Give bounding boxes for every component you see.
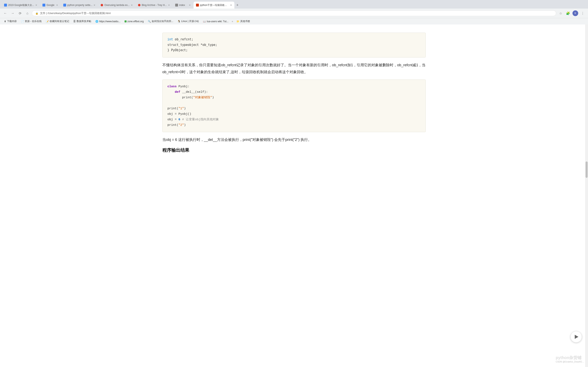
- code-comment: # 让变量obj指向其他对象: [180, 118, 219, 121]
- profile-button[interactable]: K: [572, 10, 578, 16]
- bookmark-label: Linux | 开源小站: [181, 20, 199, 23]
- bookmark-star[interactable]: ☆: [558, 10, 563, 16]
- bookmark-icon: 📝: [46, 20, 49, 23]
- tab-label-1: 2019 Google镜像大全...: [8, 3, 34, 7]
- tab-4[interactable]: Overusing lambda ex... ✕: [98, 2, 135, 8]
- func-print: print: [182, 96, 191, 99]
- tab-6[interactable]: index ✕: [173, 2, 193, 8]
- new-tab-button[interactable]: +: [235, 2, 240, 8]
- code-line: } PyObject;: [167, 48, 421, 53]
- code-line-class: class Pyobj:: [167, 84, 421, 89]
- bookmark-folder-icon: 📁: [236, 20, 240, 23]
- code-block-top: int ob_refcnt; struct_typeobject *ob_typ…: [162, 33, 426, 58]
- code-line-assign1: obj = Pyobj(): [167, 111, 421, 117]
- func-print-2: print: [167, 107, 177, 110]
- class-name: Pyobj:: [177, 85, 190, 88]
- scrollbar[interactable]: [585, 25, 588, 159]
- page-content: int ob_refcnt; struct_typeobject *ob_typ…: [156, 25, 432, 159]
- bookmark-label: 数据库技术帖: [77, 20, 91, 23]
- tab-favicon-7: [196, 4, 199, 7]
- tab-close-6[interactable]: ✕: [189, 4, 191, 7]
- tab-label-2: Google: [47, 4, 54, 7]
- bookmark-downloads[interactable]: ⬇ 下载内容: [2, 19, 18, 24]
- method-name: __del__(self):: [180, 90, 208, 94]
- bookmark-label: 其他书签: [240, 20, 250, 23]
- bookmark-icon: 🔍: [148, 20, 151, 23]
- code-line-print1: print("对象被销毁"): [167, 95, 421, 100]
- keyword-class: class: [167, 85, 177, 88]
- bookmark-bole[interactable]: 📄 资源 - 伯乐在线: [19, 19, 43, 24]
- string-1: "1": [178, 107, 184, 110]
- address-bar-row: ← → ⟳ ⌂ 🔒 文件 | /Users/kwsy/Desktop/pytho…: [0, 8, 588, 18]
- tab-favicon-2: [43, 4, 45, 7]
- code-line-blank: [167, 100, 421, 106]
- extensions-button[interactable]: 🧩: [565, 10, 571, 16]
- bookmark-youdao[interactable]: 📝 收藏到有道云笔记: [44, 19, 71, 24]
- bookmark-icon: 🌐: [95, 20, 98, 23]
- tab-label-5: Blog Archive - Trey H...: [142, 4, 167, 7]
- tab-label-4: Overusing lambda ex...: [104, 4, 130, 7]
- menu-button[interactable]: ⋮: [580, 10, 586, 16]
- bookmark-linux[interactable]: 🐧 Linux | 开源小站: [176, 19, 200, 24]
- bookmark-label: zone.effbot.org: [127, 20, 144, 23]
- bookmark-icon: ⬇: [4, 20, 6, 23]
- lock-icon: 🔒: [35, 12, 38, 15]
- tab-favicon-1: [4, 4, 7, 7]
- paragraph-1: 不懂结构体没有关系，你只需要知道ob_refcnt记录了对象的引用次数就好了。当…: [162, 62, 426, 75]
- tab-label-7: python干货---垃圾回收机...: [200, 3, 229, 7]
- code-line: struct_typeobject *ob_type;: [167, 42, 421, 48]
- tab-7[interactable]: python干货---垃圾回收机... ✕: [194, 2, 234, 8]
- back-button[interactable]: ←: [2, 10, 8, 16]
- tab-label-6: index: [179, 4, 185, 7]
- code-line-assign2: obj = 6 # 让变量obj指向其他对象: [167, 117, 421, 122]
- bookmark-zhihu[interactable]: 🔍 如何找出知乎的所...: [146, 19, 175, 24]
- tab-favicon-3: [63, 4, 66, 7]
- bookmark-icon: 🐧: [177, 20, 181, 23]
- bookmark-effbot[interactable]: zone.effbot.org: [123, 20, 145, 23]
- string-2: "2": [178, 123, 184, 127]
- tab-favicon-4: [101, 4, 103, 6]
- bookmark-icon: 🗄: [73, 20, 76, 23]
- forward-button[interactable]: →: [10, 10, 16, 16]
- tab-3[interactable]: python property sette... ✕: [61, 2, 98, 8]
- tab-2[interactable]: Google ✕: [40, 2, 61, 8]
- tab-close-5[interactable]: ✕: [168, 4, 170, 7]
- func-print-3: print: [167, 123, 177, 127]
- code-line: int ob_refcnt;: [167, 37, 421, 42]
- tab-close-3[interactable]: ✕: [94, 4, 95, 7]
- bookmark-icon: [125, 20, 127, 22]
- section-heading: 程序输出结果: [162, 147, 426, 153]
- string-destroyed: "对象被销毁": [193, 96, 212, 99]
- tab-close-1[interactable]: ✕: [35, 4, 37, 7]
- code-block-main: class Pyobj: def __del__(self): print("对…: [162, 80, 426, 132]
- tab-close-2[interactable]: ✕: [56, 4, 58, 7]
- bookmark-label: 如何找出知乎的所...: [152, 20, 173, 23]
- code-line-def: def __del__(self):: [167, 89, 421, 95]
- bookmark-other[interactable]: 📁 其他书签: [235, 19, 252, 24]
- bookmark-label: 收藏到有道云笔记: [50, 20, 69, 23]
- tab-5[interactable]: Blog Archive - Trey H... ✕: [136, 2, 172, 8]
- bookmark-lua[interactable]: 📖 lua-users wiki: Tut...: [201, 20, 230, 23]
- bookmark-icon: 📄: [21, 20, 24, 23]
- reload-button[interactable]: ⟳: [17, 10, 23, 16]
- tab-favicon-6: [175, 4, 178, 7]
- tab-1[interactable]: 2019 Google镜像大全... ✕: [2, 2, 40, 8]
- home-button[interactable]: ⌂: [25, 10, 30, 16]
- code-line-print2: print("1"): [167, 106, 421, 111]
- bookmark-label: 资源 - 伯乐在线: [25, 20, 42, 23]
- address-bar[interactable]: 🔒 文件 | /Users/kwsy/Desktop/python干货---垃圾…: [32, 10, 556, 16]
- paragraph-2: 当obj = 6 这行被执行时，__del__方法会被执行，print("对象被…: [162, 136, 426, 143]
- code-line-print3: print("2"): [167, 122, 421, 128]
- bookmark-label: https://www.baidu...: [99, 20, 121, 23]
- bookmark-baidu[interactable]: 🌐 https://www.baidu...: [94, 20, 122, 23]
- bookmark-label: lua-users wiki: Tut...: [207, 20, 228, 23]
- tab-bar: 2019 Google镜像大全... ✕ Google ✕ python pro…: [0, 0, 588, 8]
- bookmark-icon: 📖: [203, 20, 206, 23]
- tab-close-4[interactable]: ✕: [131, 4, 133, 7]
- tab-label-3: python property sette...: [67, 4, 93, 7]
- bookmark-db[interactable]: 🗄 数据库技术帖: [72, 19, 93, 24]
- tab-close-7[interactable]: ✕: [230, 4, 232, 7]
- bookmarks-bar: ⬇ 下载内容 📄 资源 - 伯乐在线 📝 收藏到有道云笔记 🗄 数据库技术帖 🌐…: [0, 18, 588, 25]
- number-6: 6: [178, 118, 180, 121]
- tab-favicon-5: [138, 4, 140, 6]
